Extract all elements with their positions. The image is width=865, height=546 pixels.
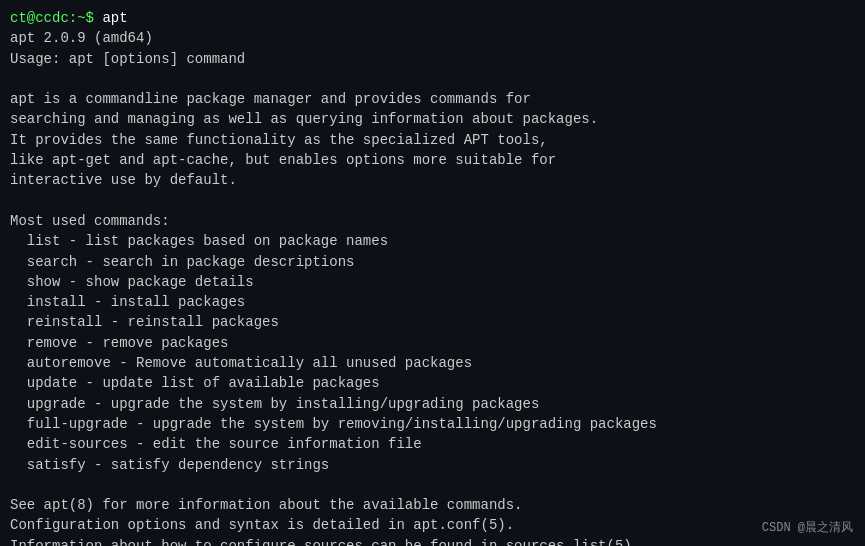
cmd-satisfy: satisfy - satisfy dependency strings [10, 455, 855, 475]
cmd-full-upgrade: full-upgrade - upgrade the system by rem… [10, 414, 855, 434]
cmd-edit-sources: edit-sources - edit the source informati… [10, 434, 855, 454]
terminal-output: ct@ccdc:~$ apt apt 2.0.9 (amd64) Usage: … [10, 8, 855, 546]
prompt: ct@ccdc:~$ [10, 10, 94, 26]
blank-line-3 [10, 475, 855, 495]
most-used-header: Most used commands: [10, 211, 855, 231]
cmd-autoremove: autoremove - Remove automatically all un… [10, 353, 855, 373]
cmd-update: update - update list of available packag… [10, 373, 855, 393]
cmd-search: search - search in package descriptions [10, 252, 855, 272]
cmd-list: list - list packages based on package na… [10, 231, 855, 251]
cmd-remove: remove - remove packages [10, 333, 855, 353]
command-line: ct@ccdc:~$ apt [10, 8, 855, 28]
sources-info: Information about how to configure sourc… [10, 536, 855, 546]
desc-2: searching and managing as well as queryi… [10, 109, 855, 129]
cmd-upgrade: upgrade - upgrade the system by installi… [10, 394, 855, 414]
watermark: CSDN @晨之清风 [762, 519, 853, 536]
apt-version: apt 2.0.9 (amd64) [10, 28, 855, 48]
desc-5: interactive use by default. [10, 170, 855, 190]
cmd-install: install - install packages [10, 292, 855, 312]
apt-usage: Usage: apt [options] command [10, 49, 855, 69]
terminal-window: ct@ccdc:~$ apt apt 2.0.9 (amd64) Usage: … [0, 0, 865, 546]
desc-4: like apt-get and apt-cache, but enables … [10, 150, 855, 170]
blank-line-2 [10, 191, 855, 211]
command-input: apt [94, 10, 128, 26]
see-apt: See apt(8) for more information about th… [10, 495, 855, 515]
cmd-reinstall: reinstall - reinstall packages [10, 312, 855, 332]
cmd-show: show - show package details [10, 272, 855, 292]
blank-line-1 [10, 69, 855, 89]
desc-1: apt is a commandline package manager and… [10, 89, 855, 109]
desc-3: It provides the same functionality as th… [10, 130, 855, 150]
config-options: Configuration options and syntax is deta… [10, 515, 855, 535]
